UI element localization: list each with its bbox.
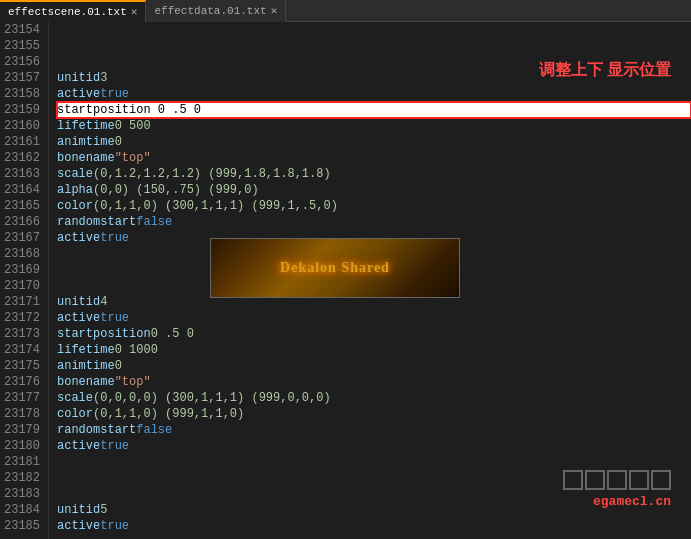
code-line: startposition 0 .5 0	[57, 102, 691, 118]
code-line: scale (0,0,0,0) (300,1,1,1) (999,0,0,0)	[57, 390, 691, 406]
tab-effectdata-close[interactable]: ✕	[271, 4, 278, 17]
image-overlay-text: Dekalon Shared	[280, 260, 390, 276]
code-line: lifetime 0 1000	[57, 342, 691, 358]
code-line: active true	[57, 310, 691, 326]
tab-bar: effectscene.01.txt ✕ effectdata.01.txt ✕	[0, 0, 691, 22]
watermark-box-5	[651, 470, 671, 490]
code-line	[57, 454, 691, 470]
code-line: bonename "top"	[57, 150, 691, 166]
code-line: animtime 0	[57, 134, 691, 150]
code-line: bonename "top"	[57, 374, 691, 390]
watermark-box-2	[585, 470, 605, 490]
tab-effectdata-label: effectdata.01.txt	[154, 5, 266, 17]
watermark-boxes	[563, 470, 671, 490]
watermark-area: egamecl.cn	[563, 470, 671, 509]
code-line: alpha (0,0) (150,.75) (999,0)	[57, 182, 691, 198]
code-line: randomstart false	[57, 422, 691, 438]
editor-container: effectscene.01.txt ✕ effectdata.01.txt ✕…	[0, 0, 691, 539]
code-line: scale (0,1.2,1.2,1.2) (999,1.8,1.8,1.8)	[57, 166, 691, 182]
watermark-box-4	[629, 470, 649, 490]
code-line	[57, 22, 691, 38]
tab-effectscene-label: effectscene.01.txt	[8, 6, 127, 18]
editor-body: 2315423155231562315723158231592316023161…	[0, 22, 691, 539]
code-line: color (0,1,1,0) (300,1,1,1) (999,1,.5,0)	[57, 198, 691, 214]
watermark-box-1	[563, 470, 583, 490]
watermark-box-3	[607, 470, 627, 490]
code-line: animtime 0	[57, 358, 691, 374]
code-line: color (0,1,1,0) (999,1,1,0)	[57, 406, 691, 422]
watermark-text: egamecl.cn	[593, 494, 671, 509]
tab-effectscene-close[interactable]: ✕	[131, 5, 138, 18]
code-line: randomstart false	[57, 214, 691, 230]
line-numbers: 2315423155231562315723158231592316023161…	[0, 22, 49, 539]
code-line: active true	[57, 518, 691, 534]
code-line: startposition 0 .5 0	[57, 326, 691, 342]
tab-effectscene[interactable]: effectscene.01.txt ✕	[0, 0, 146, 22]
code-line: active true	[57, 438, 691, 454]
image-overlay: Dekalon Shared	[210, 238, 460, 298]
code-line	[57, 38, 691, 54]
tab-effectdata[interactable]: effectdata.01.txt ✕	[146, 0, 286, 22]
code-line: active true	[57, 86, 691, 102]
code-line: lifetime 0 500	[57, 118, 691, 134]
annotation-text: 调整上下 显示位置	[539, 60, 671, 81]
